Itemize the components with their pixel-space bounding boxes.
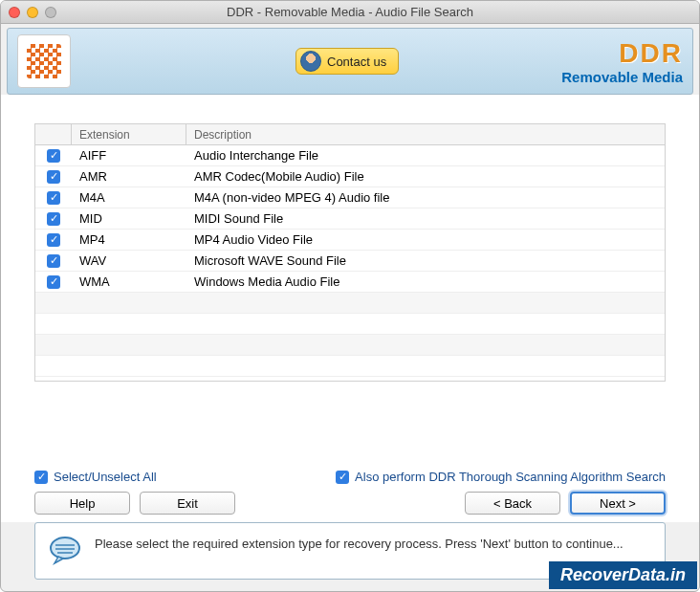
checkbox-icon[interactable] [47,212,60,226]
exit-button[interactable]: Exit [140,492,235,515]
select-all-label: Select/Unselect All [54,470,157,484]
header-extension[interactable]: Extension [72,124,186,144]
table-row[interactable]: WAVMicrosoft WAVE Sound File [35,251,665,272]
checkbox-icon[interactable] [47,191,60,205]
row-checkbox-cell [35,170,72,184]
button-row: Help Exit < Back Next > [1,490,699,522]
row-checkbox-cell [35,275,72,289]
table-body: AIFFAudio Interchange FileAMRAMR Codec(M… [35,145,665,377]
checkbox-icon[interactable] [47,275,60,289]
row-checkbox-cell [35,254,72,268]
row-extension: MP4 [72,232,186,247]
empty-row [35,356,665,377]
help-button[interactable]: Help [34,492,130,515]
brand-title: DDR [561,38,683,69]
checkbox-icon[interactable] [47,254,60,268]
next-button[interactable]: Next > [570,492,666,515]
thorough-label: Also perform DDR Thorough Scanning Algor… [355,470,666,484]
checkbox-icon[interactable] [47,170,60,184]
row-description: Windows Media Audio File [186,274,665,289]
row-description: MIDI Sound File [186,211,665,226]
brand-subtitle: Removable Media [561,69,683,85]
person-icon [300,51,321,72]
row-checkbox-cell [35,149,72,163]
checkbox-icon[interactable] [47,149,60,163]
checkbox-icon[interactable] [34,471,48,484]
row-checkbox-cell [35,212,72,226]
watermark: RecoverData.in [549,561,697,589]
row-checkbox-cell [35,191,72,205]
table-row[interactable]: MIDMIDI Sound File [35,208,665,230]
header-description[interactable]: Description [186,128,665,142]
empty-row [35,314,665,335]
row-extension: M4A [72,190,186,205]
table-header: Extension Description [35,124,665,145]
main-content: Extension Description AIFFAudio Intercha… [1,95,699,458]
row-extension: WAV [72,253,186,268]
table-row[interactable]: AMRAMR Codec(Mobile Audio) File [35,166,665,187]
options-row: Select/Unselect All Also perform DDR Tho… [1,458,699,490]
app-logo [17,34,71,88]
row-checkbox-cell [35,233,72,247]
row-extension: AIFF [72,148,186,163]
header-banner: Contact us DDR Removable Media [7,28,693,95]
table-row[interactable]: WMAWindows Media Audio File [35,272,665,293]
table-row[interactable]: AIFFAudio Interchange File [35,145,665,166]
brand-block: DDR Removable Media [561,38,683,85]
table-row[interactable]: M4AM4A (non-video MPEG 4) Audio file [35,187,665,208]
row-description: MP4 Audio Video File [186,232,665,247]
table-row[interactable]: MP4MP4 Audio Video File [35,230,665,251]
contact-us-button[interactable]: Contact us [295,48,399,75]
extensions-table: Extension Description AIFFAudio Intercha… [34,123,666,382]
logo-icon [27,44,61,78]
row-description: Audio Interchange File [186,148,665,163]
row-extension: MID [72,211,186,226]
empty-row [35,335,665,356]
checkbox-icon[interactable] [336,471,349,484]
header-checkbox-col [35,124,72,144]
speech-bubble-icon [49,535,81,567]
row-description: M4A (non-video MPEG 4) Audio file [186,190,665,205]
empty-row [35,293,665,314]
row-extension: WMA [72,274,186,289]
select-all-option[interactable]: Select/Unselect All [34,470,157,484]
back-button[interactable]: < Back [465,492,560,515]
row-description: Microsoft WAVE Sound File [186,253,665,268]
thorough-scan-option[interactable]: Also perform DDR Thorough Scanning Algor… [336,470,666,484]
titlebar: DDR - Removable Media - Audio File Searc… [1,1,699,24]
svg-point-0 [51,537,79,559]
contact-label: Contact us [327,55,386,69]
info-text: Please select the required extension typ… [95,535,623,554]
row-extension: AMR [72,169,186,184]
row-description: AMR Codec(Mobile Audio) File [186,169,665,184]
app-window: DDR - Removable Media - Audio File Searc… [0,0,700,592]
checkbox-icon[interactable] [47,233,60,247]
window-title: DDR - Removable Media - Audio File Searc… [1,5,699,19]
